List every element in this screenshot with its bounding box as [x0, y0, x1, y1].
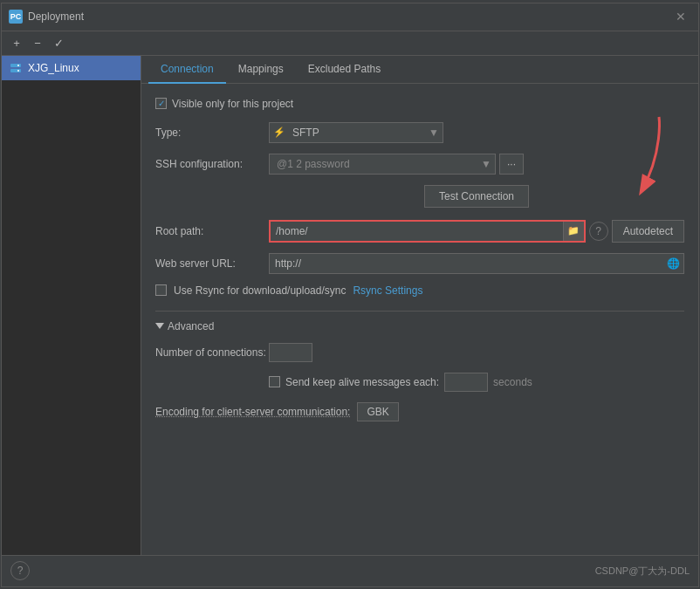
watermark-text: CSDNP@丁大为-DDL	[595, 565, 690, 578]
bottom-help-icon[interactable]: ?	[10, 561, 30, 580]
type-select[interactable]: ⚡ SFTP ▼	[269, 122, 443, 143]
server-icon	[9, 61, 23, 75]
num-connections-input[interactable]: 5	[269, 343, 312, 362]
bottom-bar: ? CSDNP@丁大为-DDL	[2, 555, 698, 586]
confirm-button[interactable]: ✓	[49, 33, 68, 52]
main-area: Connection Mappings Excluded Paths Visib…	[141, 56, 698, 555]
sftp-icon: ⚡	[270, 127, 289, 138]
autodetect-button[interactable]: Autodetect	[612, 220, 684, 243]
test-connection-button[interactable]: Test Connection	[424, 185, 529, 208]
title-bar-left: PC Deployment	[9, 10, 84, 24]
advanced-header[interactable]: Advanced	[155, 320, 684, 332]
toolbar: + − ✓	[2, 31, 698, 56]
type-value: SFTP	[289, 127, 425, 139]
type-row: Type: ⚡ SFTP ▼	[155, 122, 684, 143]
advanced-section: Advanced Number of connections: 5 Send k…	[155, 320, 684, 421]
rsync-settings-link[interactable]: Rsync Settings	[353, 284, 422, 297]
title-bar-actions: ✕	[670, 8, 691, 25]
ssh-config-select[interactable]: @1 2 password ▼	[269, 154, 496, 175]
advanced-label: Advanced	[168, 320, 214, 332]
sidebar-item-label: XJG_Linux	[28, 62, 79, 74]
root-path-input[interactable]	[271, 225, 563, 237]
ssh-config-wrapper: @1 2 password ▼ ···	[269, 154, 524, 175]
visible-only-checkbox[interactable]	[155, 98, 167, 109]
root-path-help-icon[interactable]: ?	[589, 222, 608, 241]
tab-excluded-paths[interactable]: Excluded Paths	[296, 56, 393, 84]
tab-connection[interactable]: Connection	[148, 56, 226, 84]
separator	[155, 311, 684, 312]
svg-point-3	[17, 70, 19, 72]
deployment-dialog: PC Deployment ✕ + − ✓ XJ	[1, 3, 699, 587]
web-server-url-row: Web server URL: 🌐	[155, 253, 684, 274]
svg-rect-0	[10, 64, 21, 67]
visible-only-row: Visible only for this project	[155, 98, 684, 110]
window-title: Deployment	[28, 10, 84, 23]
num-connections-label: Number of connections:	[155, 346, 269, 359]
rsync-checkbox[interactable]	[155, 284, 167, 296]
content-area: XJG_Linux Connection Mappings Excluded P…	[2, 56, 698, 555]
svg-rect-1	[10, 69, 21, 72]
advanced-collapse-icon	[155, 323, 164, 329]
ssh-config-label: SSH configuration:	[155, 158, 269, 170]
rsync-label: Use Rsync for download/upload/sync	[174, 284, 346, 297]
add-button[interactable]: +	[7, 33, 26, 52]
ssh-config-value: @1 2 password	[270, 158, 477, 170]
globe-icon: 🌐	[663, 257, 683, 270]
rsync-row: Use Rsync for download/upload/sync Rsync…	[155, 284, 684, 297]
root-path-browse-button[interactable]: 📁	[563, 222, 584, 241]
sidebar-item-xjg-linux[interactable]: XJG_Linux	[2, 56, 141, 80]
encoding-label: Encoding for client-server communication…	[155, 406, 350, 418]
keep-alive-input[interactable]: 300	[444, 373, 488, 392]
app-icon: PC	[9, 10, 23, 24]
remove-button[interactable]: −	[28, 33, 47, 52]
sidebar: XJG_Linux	[2, 56, 141, 555]
keep-alive-row: Send keep alive messages each: 300 secon…	[155, 373, 684, 392]
keep-alive-label: Send keep alive messages each:	[285, 376, 439, 388]
root-path-input-wrapper: 📁	[269, 220, 586, 243]
root-path-label: Root path:	[155, 225, 269, 237]
type-label: Type:	[155, 127, 269, 139]
connection-tab-content: Visible only for this project Type: ⚡ SF…	[141, 84, 698, 555]
svg-point-2	[17, 65, 19, 66]
tabs: Connection Mappings Excluded Paths	[141, 56, 698, 84]
web-server-url-label: Web server URL:	[155, 257, 269, 270]
test-connection-row: Test Connection	[155, 185, 684, 208]
seconds-label: seconds	[493, 376, 532, 388]
keep-alive-checkbox[interactable]	[269, 376, 280, 387]
encoding-row: Encoding for client-server communication…	[155, 402, 684, 421]
ssh-config-row: SSH configuration: @1 2 password ▼ ···	[155, 154, 684, 175]
visible-only-label: Visible only for this project	[172, 98, 293, 110]
title-bar: PC Deployment ✕	[2, 3, 698, 31]
ssh-dropdown-arrow: ▼	[477, 158, 495, 170]
tab-mappings[interactable]: Mappings	[226, 56, 296, 84]
root-path-row: Root path: 📁 ? Autodetect	[155, 220, 684, 243]
web-server-url-input[interactable]	[270, 257, 663, 270]
num-connections-row: Number of connections: 5	[155, 343, 684, 362]
encoding-button[interactable]: GBK	[357, 402, 398, 421]
ssh-config-more-button[interactable]: ···	[499, 154, 524, 175]
close-button[interactable]: ✕	[670, 8, 691, 25]
web-url-input-wrapper: 🌐	[269, 253, 684, 274]
type-dropdown-arrow: ▼	[425, 127, 443, 139]
